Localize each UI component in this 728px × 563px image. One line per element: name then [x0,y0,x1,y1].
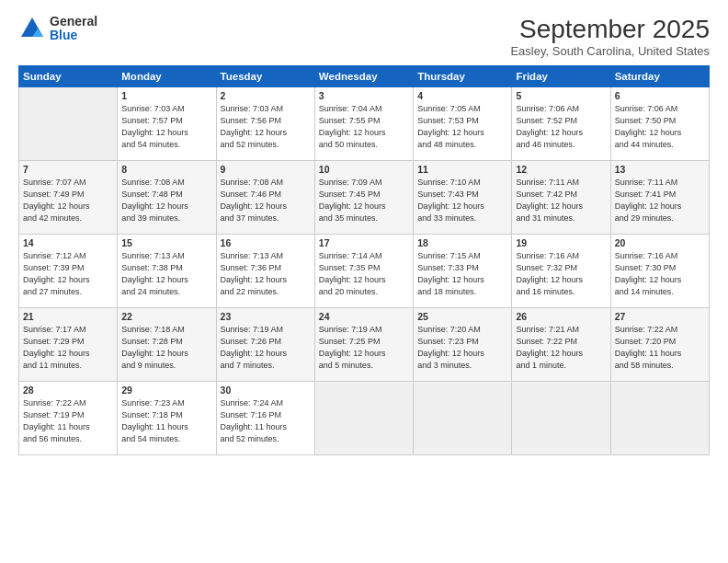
day-number: 3 [319,90,409,101]
day-number: 8 [121,164,211,175]
calendar-week: 28Sunrise: 7:22 AM Sunset: 7:19 PM Dayli… [19,382,710,455]
calendar-cell: 30Sunrise: 7:24 AM Sunset: 7:16 PM Dayli… [216,382,314,455]
day-number: 7 [23,164,113,175]
day-number: 9 [221,164,311,175]
day-number: 13 [615,164,705,175]
day-info: Sunrise: 7:11 AM Sunset: 7:42 PM Dayligh… [516,177,606,224]
day-number: 24 [319,311,409,322]
calendar-cell: 15Sunrise: 7:13 AM Sunset: 7:38 PM Dayli… [118,235,216,308]
day-info: Sunrise: 7:22 AM Sunset: 7:19 PM Dayligh… [23,397,113,445]
calendar-cell: 21Sunrise: 7:17 AM Sunset: 7:29 PM Dayli… [19,308,118,382]
day-number: 26 [516,311,606,322]
logo-blue: Blue [50,29,97,42]
day-info: Sunrise: 7:19 AM Sunset: 7:26 PM Dayligh… [221,324,311,372]
header-day: Wednesday [314,66,413,87]
calendar-cell: 29Sunrise: 7:23 AM Sunset: 7:18 PM Dayli… [118,382,216,455]
day-number: 2 [221,90,311,101]
day-info: Sunrise: 7:13 AM Sunset: 7:36 PM Dayligh… [221,250,311,298]
day-number: 10 [319,164,409,175]
calendar-cell: 4Sunrise: 7:05 AM Sunset: 7:53 PM Daylig… [414,87,512,161]
day-info: Sunrise: 7:06 AM Sunset: 7:52 PM Dayligh… [516,103,606,151]
calendar-week: 7Sunrise: 7:07 AM Sunset: 7:49 PM Daylig… [19,161,710,235]
logo-icon [18,15,46,42]
calendar-cell: 20Sunrise: 7:16 AM Sunset: 7:30 PM Dayli… [610,235,709,308]
header-day: Friday [512,66,610,87]
day-info: Sunrise: 7:18 AM Sunset: 7:28 PM Dayligh… [121,324,211,372]
calendar-cell: 17Sunrise: 7:14 AM Sunset: 7:35 PM Dayli… [314,235,413,308]
calendar-week: 1Sunrise: 7:03 AM Sunset: 7:57 PM Daylig… [19,87,710,161]
day-number: 29 [121,385,211,396]
calendar-cell: 13Sunrise: 7:11 AM Sunset: 7:41 PM Dayli… [610,161,709,235]
header-day: Sunday [19,66,118,87]
calendar-cell: 6Sunrise: 7:06 AM Sunset: 7:50 PM Daylig… [610,87,709,161]
day-info: Sunrise: 7:08 AM Sunset: 7:46 PM Dayligh… [221,177,311,224]
day-info: Sunrise: 7:03 AM Sunset: 7:56 PM Dayligh… [221,103,311,151]
day-number: 21 [23,311,113,322]
day-number: 11 [417,164,507,175]
day-number: 16 [221,237,311,248]
logo: General Blue [18,15,97,43]
day-info: Sunrise: 7:12 AM Sunset: 7:39 PM Dayligh… [23,250,113,298]
day-info: Sunrise: 7:17 AM Sunset: 7:29 PM Dayligh… [23,324,113,372]
day-number: 20 [615,237,705,248]
page: General Blue September 2025 Easley, Sout… [0,0,728,563]
day-info: Sunrise: 7:04 AM Sunset: 7:55 PM Dayligh… [319,103,409,151]
day-info: Sunrise: 7:05 AM Sunset: 7:53 PM Dayligh… [417,103,507,151]
calendar-cell: 25Sunrise: 7:20 AM Sunset: 7:23 PM Dayli… [414,308,512,382]
calendar-cell: 5Sunrise: 7:06 AM Sunset: 7:52 PM Daylig… [512,87,610,161]
day-number: 28 [23,385,113,396]
calendar-week: 14Sunrise: 7:12 AM Sunset: 7:39 PM Dayli… [19,235,710,308]
day-number: 18 [417,237,507,248]
calendar-cell [512,382,610,455]
day-info: Sunrise: 7:16 AM Sunset: 7:32 PM Dayligh… [516,250,606,298]
calendar-week: 21Sunrise: 7:17 AM Sunset: 7:29 PM Dayli… [19,308,710,382]
day-number: 12 [516,164,606,175]
day-info: Sunrise: 7:14 AM Sunset: 7:35 PM Dayligh… [319,250,409,298]
calendar-cell [610,382,709,455]
day-info: Sunrise: 7:16 AM Sunset: 7:30 PM Dayligh… [615,250,705,298]
day-info: Sunrise: 7:11 AM Sunset: 7:41 PM Dayligh… [615,177,705,224]
calendar-table: SundayMondayTuesdayWednesdayThursdayFrid… [18,65,710,455]
day-number: 25 [417,311,507,322]
day-info: Sunrise: 7:13 AM Sunset: 7:38 PM Dayligh… [121,250,211,298]
calendar-cell: 16Sunrise: 7:13 AM Sunset: 7:36 PM Dayli… [216,235,314,308]
day-number: 30 [221,385,311,396]
day-number: 5 [516,90,606,101]
month-title: September 2025 [510,15,710,44]
day-number: 22 [121,311,211,322]
calendar-cell: 11Sunrise: 7:10 AM Sunset: 7:43 PM Dayli… [414,161,512,235]
header-row: SundayMondayTuesdayWednesdayThursdayFrid… [19,66,710,87]
day-number: 14 [23,237,113,248]
day-number: 17 [319,237,409,248]
header-day: Tuesday [216,66,314,87]
day-number: 1 [121,90,211,101]
day-info: Sunrise: 7:15 AM Sunset: 7:33 PM Dayligh… [417,250,507,298]
calendar-cell: 3Sunrise: 7:04 AM Sunset: 7:55 PM Daylig… [314,87,413,161]
day-info: Sunrise: 7:24 AM Sunset: 7:16 PM Dayligh… [221,397,311,445]
calendar-cell: 23Sunrise: 7:19 AM Sunset: 7:26 PM Dayli… [216,308,314,382]
calendar-cell: 19Sunrise: 7:16 AM Sunset: 7:32 PM Dayli… [512,235,610,308]
calendar-cell [19,87,118,161]
day-info: Sunrise: 7:09 AM Sunset: 7:45 PM Dayligh… [319,177,409,224]
calendar-cell: 27Sunrise: 7:22 AM Sunset: 7:20 PM Dayli… [610,308,709,382]
header-day: Thursday [414,66,512,87]
day-info: Sunrise: 7:20 AM Sunset: 7:23 PM Dayligh… [417,324,507,372]
calendar-cell: 28Sunrise: 7:22 AM Sunset: 7:19 PM Dayli… [19,382,118,455]
day-number: 15 [121,237,211,248]
calendar-cell: 26Sunrise: 7:21 AM Sunset: 7:22 PM Dayli… [512,308,610,382]
calendar-cell: 1Sunrise: 7:03 AM Sunset: 7:57 PM Daylig… [118,87,216,161]
calendar-cell: 10Sunrise: 7:09 AM Sunset: 7:45 PM Dayli… [314,161,413,235]
day-info: Sunrise: 7:08 AM Sunset: 7:48 PM Dayligh… [121,177,211,224]
day-info: Sunrise: 7:22 AM Sunset: 7:20 PM Dayligh… [615,324,705,372]
calendar-cell: 7Sunrise: 7:07 AM Sunset: 7:49 PM Daylig… [19,161,118,235]
day-info: Sunrise: 7:07 AM Sunset: 7:49 PM Dayligh… [23,177,113,224]
calendar-cell: 22Sunrise: 7:18 AM Sunset: 7:28 PM Dayli… [118,308,216,382]
header-day: Monday [118,66,216,87]
day-info: Sunrise: 7:03 AM Sunset: 7:57 PM Dayligh… [121,103,211,151]
title-block: September 2025 Easley, South Carolina, U… [510,15,710,58]
calendar-cell: 12Sunrise: 7:11 AM Sunset: 7:42 PM Dayli… [512,161,610,235]
day-number: 6 [615,90,705,101]
calendar-cell: 18Sunrise: 7:15 AM Sunset: 7:33 PM Dayli… [414,235,512,308]
day-info: Sunrise: 7:06 AM Sunset: 7:50 PM Dayligh… [615,103,705,151]
logo-text: General Blue [50,15,97,43]
